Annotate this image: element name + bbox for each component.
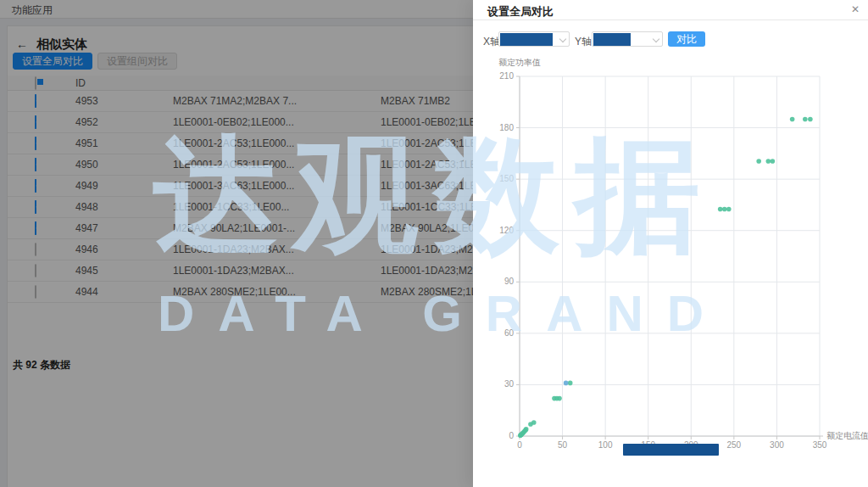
svg-text:50: 50 [558,440,568,450]
drawer-title: 设置全局对比 [487,4,554,20]
svg-text:60: 60 [504,328,515,338]
svg-text:250: 250 [727,440,742,450]
global-compare-drawer: 设置全局对比 ✕ X轴: Y轴: 对比 03060901201501802100… [473,0,868,487]
drawer-header: 设置全局对比 ✕ [473,0,868,20]
chevron-down-icon [559,36,566,42]
close-icon[interactable]: ✕ [851,3,860,15]
svg-text:120: 120 [499,226,514,235]
svg-text:180: 180 [499,123,514,132]
svg-text:额定功率值: 额定功率值 [498,58,541,67]
svg-text:0: 0 [517,440,522,450]
svg-text:90: 90 [504,277,515,286]
y-axis-select[interactable] [592,31,663,47]
svg-text:210: 210 [499,71,514,81]
compare-button[interactable]: 对比 [668,31,705,47]
x-axis-select[interactable] [498,31,570,47]
svg-text:30: 30 [504,379,515,389]
y-axis-selected-value [593,33,631,46]
x-axis-selected-value [500,33,553,46]
horizontal-scrollbar[interactable] [623,444,719,456]
svg-text:100: 100 [598,440,613,450]
chevron-down-icon [653,36,659,42]
svg-text:350: 350 [813,440,827,450]
scatter-chart: 0306090120150180210050100150200250300350… [473,51,868,462]
svg-text:150: 150 [499,174,514,183]
svg-text:300: 300 [770,440,784,450]
svg-text:0: 0 [509,431,514,440]
svg-text:额定电流值: 额定电流值 [826,431,868,440]
